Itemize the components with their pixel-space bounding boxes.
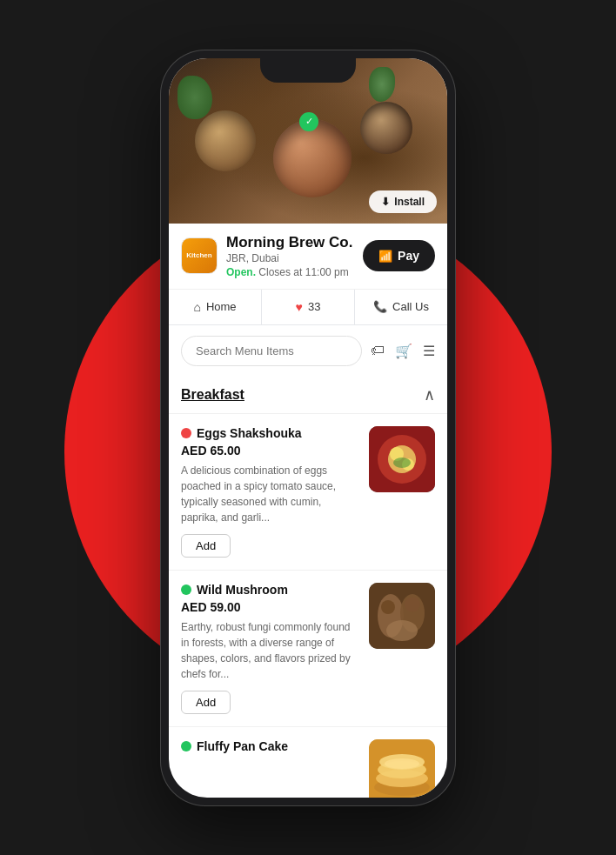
item-price: AED 65.00 — [181, 444, 358, 458]
item-price: AED 59.00 — [181, 600, 358, 614]
menu-scroll-area: Eggs Shakshouka AED 65.00 A delicious co… — [169, 414, 447, 798]
add-item-button[interactable]: Add — [181, 691, 231, 714]
menu-item-content: Eggs Shakshouka AED 65.00 A delicious co… — [181, 426, 358, 558]
pay-label: Pay — [398, 249, 419, 263]
status-dot-green — [181, 584, 191, 595]
verified-check-icon: ✓ — [299, 112, 318, 131]
nav-tabs: ⌂ Home ♥ 33 📞 Call Us — [169, 290, 447, 325]
menu-item-content: Fluffy Pan Cake — [181, 739, 358, 798]
menu-item: Wild Mushroom AED 59.00 Earthy, robust f… — [169, 571, 447, 727]
phone-screen: ✓ ⬇ Install Kitchen Morning Brew Co. JBR… — [169, 58, 447, 798]
hero-image: ✓ ⬇ Install — [169, 58, 447, 224]
category-header[interactable]: Breakfast ∧ — [169, 377, 447, 414]
status-dot-green — [181, 741, 191, 751]
svg-point-10 — [381, 600, 395, 614]
menu-icon[interactable]: ☰ — [423, 343, 435, 359]
pancake-image — [369, 739, 435, 798]
svg-point-5 — [393, 458, 411, 468]
restaurant-status: Open. Closes at 11:00 pm — [226, 266, 354, 278]
home-icon: ⌂ — [193, 300, 200, 314]
install-label: Install — [394, 196, 425, 208]
eggs-image — [369, 426, 435, 492]
status-open-label: Open. — [226, 266, 256, 278]
item-header: Wild Mushroom — [181, 583, 358, 597]
item-description: A delicious combination of eggs poached … — [181, 463, 358, 525]
nfc-icon: 📶 — [378, 250, 392, 263]
mushroom-image — [369, 583, 435, 649]
item-description: Earthy, robust fungi commonly found in f… — [181, 619, 358, 682]
menu-item: Eggs Shakshouka AED 65.00 A delicious co… — [169, 414, 447, 571]
pay-button[interactable]: 📶 Pay — [363, 240, 435, 271]
tab-home[interactable]: ⌂ Home — [169, 290, 262, 324]
item-header: Fluffy Pan Cake — [181, 739, 358, 753]
install-button[interactable]: ⬇ Install — [369, 190, 437, 213]
home-label: Home — [206, 300, 237, 313]
svg-point-9 — [386, 620, 418, 641]
item-name: Eggs Shakshouka — [197, 426, 302, 440]
chevron-up-icon: ∧ — [424, 385, 435, 404]
search-action-icons: 🏷 🛒 ☰ — [371, 343, 435, 359]
heart-icon: ♥ — [296, 300, 303, 314]
cart-icon[interactable]: 🛒 — [395, 343, 412, 359]
item-image — [369, 426, 435, 492]
item-header: Eggs Shakshouka — [181, 426, 358, 440]
status-close-label: Closes at 11:00 pm — [258, 266, 348, 278]
restaurant-text: Morning Brew Co. JBR, Dubai Open. Closes… — [226, 234, 354, 278]
item-name: Wild Mushroom — [197, 583, 288, 597]
item-image — [369, 739, 435, 798]
likes-count: 33 — [308, 300, 320, 313]
tab-likes[interactable]: ♥ 33 — [262, 290, 355, 324]
search-section: 🏷 🛒 ☰ — [169, 325, 447, 377]
restaurant-info: Kitchen Morning Brew Co. JBR, Dubai Open… — [169, 224, 447, 290]
coffee-cup-1 — [195, 110, 256, 171]
tag-icon[interactable]: 🏷 — [371, 343, 385, 358]
phone-frame: ✓ ⬇ Install Kitchen Morning Brew Co. JBR… — [160, 50, 456, 806]
search-input[interactable] — [181, 336, 362, 366]
install-icon: ⬇ — [381, 196, 390, 208]
status-dot-red — [181, 428, 191, 438]
coffee-cup-3 — [360, 102, 412, 154]
menu-item-content: Wild Mushroom AED 59.00 Earthy, robust f… — [181, 583, 358, 714]
category-title: Breakfast — [181, 387, 244, 403]
restaurant-location: JBR, Dubai — [226, 252, 354, 264]
menu-item: Fluffy Pan Cake — [169, 727, 447, 798]
phone-icon: 📞 — [373, 300, 387, 313]
phone-notch — [260, 58, 356, 83]
restaurant-name: Morning Brew Co. — [226, 234, 354, 251]
tab-call[interactable]: 📞 Call Us — [355, 290, 447, 324]
add-item-button[interactable]: Add — [181, 534, 231, 558]
search-input-wrapper — [181, 336, 362, 366]
call-label: Call Us — [392, 300, 429, 313]
svg-point-17 — [385, 758, 419, 769]
item-name: Fluffy Pan Cake — [197, 739, 288, 753]
svg-point-11 — [405, 597, 420, 612]
item-image — [369, 583, 435, 649]
restaurant-logo: Kitchen — [181, 237, 218, 274]
